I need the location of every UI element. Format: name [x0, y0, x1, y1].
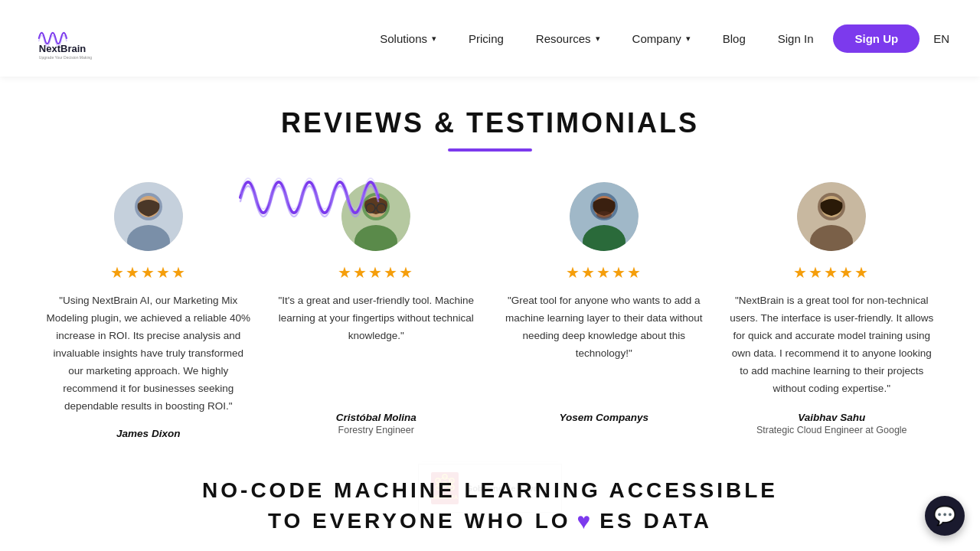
- nav-pricing[interactable]: Pricing: [456, 26, 516, 51]
- nav-blog[interactable]: Blog: [710, 26, 758, 51]
- heart-icon: ♥: [577, 505, 594, 513]
- svg-point-17: [596, 211, 612, 219]
- cta-line2-end: ES DATA: [599, 506, 712, 512]
- cta-line1: NO-CODE MACHINE LEARNING ACCESSIBLE: [202, 475, 778, 505]
- nav-resources[interactable]: Resources: [524, 26, 612, 51]
- stars-1: ★★★★★: [338, 263, 414, 282]
- stars-3: ★★★★★: [793, 263, 870, 282]
- testimonial-card-1: ★★★★★ "It's a great and user-friendly to…: [274, 182, 479, 441]
- nav-links: Solutions Pricing Resources Company Blog…: [368, 24, 949, 53]
- reviewer-name-2: Yosem Companys: [559, 412, 648, 423]
- testimonial-text-2: "Great tool for anyone who wants to add …: [501, 292, 707, 399]
- logo-image: NextBrain Upgrade Your Decision Making: [31, 11, 130, 65]
- avatar-1: [341, 182, 410, 251]
- svg-text:Upgrade Your Decision Making: Upgrade Your Decision Making: [39, 55, 92, 60]
- bottom-cta-text-2: TO EVERYONE WHO LO ♥ ES DATA: [15, 505, 965, 513]
- nav-language[interactable]: EN: [933, 32, 949, 45]
- avatar-3: [797, 182, 866, 251]
- testimonial-card-0: ★★★★★ "Using NextBrain AI, our Marketing…: [46, 182, 251, 441]
- avatar-0: [114, 182, 183, 251]
- bottom-cta: NO-CODE MACHINE LEARNING ACCESSIBLE TO E…: [0, 461, 980, 513]
- avatar-2: [570, 182, 639, 251]
- chat-icon: 💬: [933, 505, 956, 513]
- stars-2: ★★★★★: [566, 263, 642, 282]
- reviewer-name-1: Cristóbal Molina: [336, 412, 416, 423]
- testimonial-text-0: "Using NextBrain AI, our Marketing Mix M…: [46, 292, 251, 416]
- testimonial-card-3: ★★★★★ "NextBrain is a great tool for non…: [730, 182, 935, 441]
- navbar: NextBrain Upgrade Your Decision Making S…: [0, 0, 980, 77]
- nav-signup-button[interactable]: Sign Up: [833, 24, 920, 53]
- stars-0: ★★★★★: [110, 263, 187, 282]
- logo[interactable]: NextBrain Upgrade Your Decision Making: [31, 11, 130, 65]
- reviewer-title-1: Forestry Engineer: [338, 425, 414, 435]
- main-content: REVIEWS & TESTIMONIALS: [0, 77, 980, 513]
- reviewer-name-0: James Dixon: [116, 428, 180, 439]
- testimonial-card-2: ★★★★★ "Great tool for anyone who wants t…: [501, 182, 707, 441]
- nav-solutions[interactable]: Solutions: [368, 26, 449, 51]
- svg-text:NextBrain: NextBrain: [39, 43, 86, 54]
- reviewer-name-3: Vaibhav Sahu: [798, 412, 865, 423]
- testimonial-text-3: "NextBrain is a great tool for non-techn…: [730, 292, 935, 399]
- testimonial-text-1: "It's a great and user-friendly tool. Ma…: [274, 292, 479, 399]
- nav-company[interactable]: Company: [620, 26, 703, 51]
- section-title: REVIEWS & TESTIMONIALS: [15, 107, 965, 139]
- section-underline: [448, 148, 532, 152]
- nav-signin[interactable]: Sign In: [766, 26, 826, 51]
- reviewer-title-3: Strategic Cloud Engineer at Google: [756, 425, 907, 435]
- cta-line2-start: TO EVERYONE WHO LO: [268, 506, 571, 512]
- bottom-cta-text: NO-CODE MACHINE LEARNING ACCESSIBLE: [15, 475, 965, 505]
- testimonials-grid: ★★★★★ "Using NextBrain AI, our Marketing…: [31, 182, 949, 441]
